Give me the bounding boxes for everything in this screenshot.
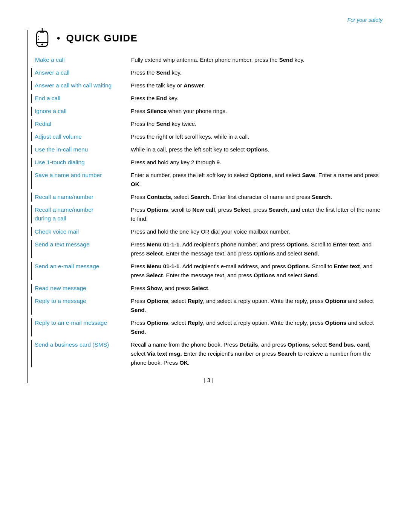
item-desc-check-voice-mail: Press and hold the one key OR dial your … [131, 227, 383, 236]
item-label-check-voice-mail: Check voice mail [35, 227, 131, 236]
item-label-use-in-call-menu: Use the in-call menu [35, 145, 131, 154]
item-label-recall-name-number-during-call: Recall a name/number during a call [35, 205, 131, 223]
list-item-send-text-message: Send a text messagePress Menu 01-1-1. Ad… [31, 240, 383, 258]
list-item-end-a-call: End a callPress the End key. [31, 94, 383, 103]
list-item-adjust-call-volume: Adjust call volumePress the right or lef… [31, 132, 383, 141]
guide-container: • QUICK GUIDE Make a callFully extend wh… [24, 30, 383, 383]
content-main: • QUICK GUIDE Make a callFully extend wh… [35, 30, 383, 383]
title-bullet: • [57, 33, 60, 43]
list-item-ignore-a-call: Ignore a callPress Silence when your pho… [31, 107, 383, 116]
list-item-reply-to-message: Reply to a messagePress Options, select … [31, 297, 383, 315]
item-desc-read-new-message: Press Show, and press Select. [131, 284, 383, 293]
item-desc-save-name-number: Enter a number, press the left soft key … [131, 171, 383, 189]
item-label-make-a-call: Make a call [35, 55, 131, 64]
list-item-send-email-message: Send an e-mail messagePress Menu 01-1-1.… [31, 262, 383, 280]
list-item-save-name-number: Save a name and numberEnter a number, pr… [31, 171, 383, 189]
item-label-send-text-message: Send a text message [35, 240, 131, 249]
safety-label: For your safety [347, 17, 383, 23]
item-label-redial: Redial [35, 119, 131, 128]
safety-header: For your safety [24, 17, 383, 23]
list-item-read-new-message: Read new messagePress Show, and press Se… [31, 284, 383, 293]
item-desc-answer-call-waiting: Press the talk key or Answer. [131, 81, 383, 90]
item-label-ignore-a-call: Ignore a call [35, 107, 131, 115]
item-desc-send-business-card: Recall a name from the phone book. Press… [131, 340, 383, 367]
page-number: [ 3 ] [35, 377, 383, 383]
item-desc-send-email-message: Press Menu 01-1-1. Add recipient's e-mai… [131, 262, 383, 280]
item-label-recall-name-number: Recall a name/number [35, 193, 131, 201]
item-desc-recall-name-number: Press Contacts, select Search. Enter fir… [131, 193, 383, 202]
list-item-redial: RedialPress the Send key twice. [31, 119, 383, 128]
list-item-make-a-call: Make a callFully extend whip antenna. En… [35, 55, 383, 64]
bar-1 [27, 30, 28, 383]
item-label-answer-call-waiting: Answer a call with call waiting [35, 81, 131, 90]
item-desc-reply-to-message: Press Options, select Reply, and select … [131, 297, 383, 315]
item-label-end-a-call: End a call [35, 94, 131, 102]
item-label-send-business-card: Send a business card (SMS) [35, 340, 131, 349]
item-desc-adjust-call-volume: Press the right or left scroll keys. whi… [131, 132, 383, 141]
item-desc-make-a-call: Fully extend whip antenna. Enter phone n… [131, 55, 383, 64]
list-item-use-in-call-menu: Use the in-call menuWhile in a call, pre… [31, 145, 383, 154]
list-item-answer-call-waiting: Answer a call with call waitingPress the… [31, 81, 383, 90]
item-label-read-new-message: Read new message [35, 284, 131, 292]
title-row: • QUICK GUIDE [35, 30, 383, 46]
page: For your safety [0, 0, 407, 402]
item-label-reply-email-message: Reply to an e-mail message [35, 318, 131, 327]
items-list: Make a callFully extend whip antenna. En… [35, 55, 383, 367]
item-desc-answer-a-call: Press the Send key. [131, 68, 383, 77]
item-desc-reply-email-message: Press Options, select Reply, and select … [131, 318, 383, 336]
item-desc-use-1-touch-dialing: Press and hold any key 2 through 9. [131, 158, 383, 167]
item-desc-end-a-call: Press the End key. [131, 94, 383, 103]
left-bars [24, 30, 35, 383]
page-title: QUICK GUIDE [66, 32, 138, 44]
list-item-check-voice-mail: Check voice mailPress and hold the one k… [31, 227, 383, 236]
list-item-recall-name-number-during-call: Recall a name/number during a callPress … [31, 205, 383, 223]
item-desc-send-text-message: Press Menu 01-1-1. Add recipient's phone… [131, 240, 383, 258]
list-item-answer-a-call: Answer a callPress the Send key. [31, 68, 383, 77]
item-desc-ignore-a-call: Press Silence when your phone rings. [131, 107, 383, 116]
list-item-recall-name-number: Recall a name/numberPress Contacts, sele… [31, 193, 383, 202]
item-desc-redial: Press the Send key twice. [131, 119, 383, 128]
item-label-adjust-call-volume: Adjust call volume [35, 132, 131, 141]
item-label-answer-a-call: Answer a call [35, 68, 131, 77]
list-item-send-business-card: Send a business card (SMS)Recall a name … [31, 340, 383, 367]
item-label-send-email-message: Send an e-mail message [35, 262, 131, 271]
item-desc-use-in-call-menu: While in a call, press the left soft key… [131, 145, 383, 154]
phone-icon [35, 28, 49, 46]
svg-point-4 [41, 44, 43, 46]
item-label-save-name-number: Save a name and number [35, 171, 131, 179]
item-desc-recall-name-number-during-call: Press Options, scroll to New call, press… [131, 205, 383, 223]
list-item-use-1-touch-dialing: Use 1-touch dialingPress and hold any ke… [31, 158, 383, 167]
item-label-reply-to-message: Reply to a message [35, 297, 131, 305]
item-label-use-1-touch-dialing: Use 1-touch dialing [35, 158, 131, 167]
list-item-reply-email-message: Reply to an e-mail messagePress Options,… [31, 318, 383, 336]
